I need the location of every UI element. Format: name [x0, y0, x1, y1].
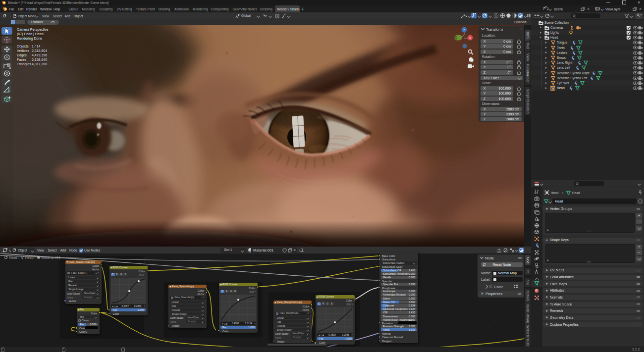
svg-text:z: z: [463, 28, 465, 32]
svg-text:x: x: [469, 36, 471, 40]
